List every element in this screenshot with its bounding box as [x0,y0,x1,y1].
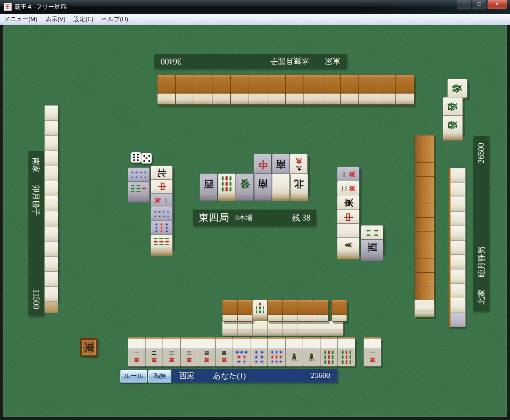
north-hand-tile [449,240,466,255]
west-hand-tile[interactable]: 二萬 [145,337,163,366]
rule-button[interactable]: ルール [120,370,147,383]
south-discards-col2-tile [128,181,150,196]
west-hand-tile[interactable]: 三萬 [180,337,198,366]
north-discards-col2-tile: 西 [361,239,383,254]
north-meld-pon-tile: 發 [447,79,467,98]
die-showing-6 [130,152,141,163]
west-hand-tile[interactable] [303,337,320,366]
south-hand-lip-tile [44,302,58,313]
south-hand-tile [44,181,58,197]
north-hand-tile [449,226,466,241]
north-meld-pon-tile: 發 [443,97,463,116]
east-hand-tile [249,75,268,105]
south-discards-col1-tile [151,221,173,235]
west-hand-tile[interactable]: 四萬 [198,337,216,366]
south-player-name: 卯月勝子 [31,185,42,216]
bottom-wall-lower-tile [237,321,253,336]
north-seat-label: 北家 [476,289,487,305]
west-hand-tile[interactable] [337,337,355,366]
right-wall-tile [414,135,434,150]
south-hand-tile [44,211,58,227]
bottom-wall-lower-tile [222,321,238,336]
bottom-wall-upper-tile [267,300,283,322]
maximize-button[interactable]: ▢ [472,0,487,10]
naki-off-button[interactable]: 鳴無 [148,370,172,383]
app-window: 王 覇王４ -フリー対局- ─ ▢ ✕ メニュー(M) 表示(V) 設定(E) … [0,0,510,420]
south-discards-col1-edge [151,248,173,256]
west-player-plate: 西家 あなた(1) 25600 [172,369,337,382]
menu-item-settings[interactable]: 設定(E) [70,14,98,25]
east-seat-label: 東家 [325,56,340,67]
east-hand-tile [230,75,250,105]
minimize-button[interactable]: ─ [457,0,472,10]
title-bar: 王 覇王４ -フリー対局- ─ ▢ ✕ [0,0,510,14]
east-hand-tile [267,75,286,105]
west-hand-tile[interactable] [268,337,286,366]
north-discards-col1-tile: 一萬 [337,167,359,182]
north-hand-tile [449,298,466,313]
right-wall-tile [414,217,434,232]
south-player-plate: 南家 卯月勝子 11500 [28,151,44,316]
south-hand-tile [44,241,58,257]
west-player-name: あなた(1) [213,371,246,381]
south-hand-tile [44,166,58,182]
east-discards-row1-tile: 南 [254,173,272,194]
west-hand-tile[interactable] [285,337,303,366]
south-hand-tile [44,256,58,272]
north-discards-col1-tile [337,223,359,238]
right-wall-tile [414,258,434,273]
right-wall-tile [414,190,434,205]
die-showing-5 [141,153,152,164]
window-title: 覇王４ -フリー対局- [15,3,68,11]
bottom-wall-upper-tile [313,300,328,322]
west-drawn-tile-tile[interactable]: 一萬 [364,337,381,366]
south-discards-col1-tile: 一萬 [151,193,173,208]
round-label: 東四局 [199,211,229,225]
north-discards-col2-tile [361,225,383,240]
bottom-wall-lower-tile [313,321,328,336]
west-hand-tile[interactable] [250,337,268,366]
bottom-wall-lower-tile [282,321,298,336]
west-score: 25600 [311,371,331,380]
right-wall-tile [414,245,434,259]
south-discards-col2-tile [128,167,150,182]
right-wall-tile [414,176,434,191]
right-wall-tile [414,162,434,177]
north-hand-tile [449,312,466,327]
north-discards-col2-edge [361,253,383,261]
south-hand-tile [44,151,58,167]
right-wall-tile [414,204,434,218]
east-hand-tile [175,75,195,105]
east-hand-tile [377,75,396,105]
bottom-wall-upper-tile [222,300,238,322]
bottom-wall-lower-tile [267,321,283,336]
north-discards-col1-tile: 東 [337,195,359,210]
south-discards-col1-tile: 中 [151,179,173,194]
west-hand-tile[interactable]: 四萬 [215,337,233,366]
north-player-name: 睦月静男 [476,246,487,277]
menu-bar: メニュー(M) 表示(V) 設定(E) ヘルプ(H) [0,14,510,25]
west-hand-tile[interactable] [233,337,250,366]
north-player-plate: 北家 睦月静男 26500 [473,136,489,311]
dealer-round-marker: 東 [80,338,98,356]
south-seat-label: 南家 [31,157,42,173]
east-hand-tile [285,75,304,105]
east-hand-tile [322,75,341,105]
honba-label: 0本場 [235,214,253,222]
west-hand-tile[interactable]: 三萬 [163,337,180,366]
west-hand-tile[interactable] [320,337,338,366]
south-discards-col1-tile [151,207,173,221]
close-button[interactable]: ✕ [487,0,507,10]
bottom-wall-lower-tile [252,321,268,336]
menu-item-help[interactable]: ヘルプ(H) [98,14,132,25]
east-discards-row1-tile [218,173,236,194]
south-hand-tile [44,286,58,302]
north-hand-tile [449,168,466,183]
north-meld-pon-edge [443,134,463,140]
bottom-wall-lower-tile [298,321,313,336]
menu-item-view[interactable]: 表示(V) [41,14,69,25]
app-icon: 王 [4,3,12,11]
menu-item-menu[interactable]: メニュー(M) [0,14,41,25]
west-hand-tile[interactable]: 一萬 [128,337,146,366]
north-hand-tile [449,269,466,284]
